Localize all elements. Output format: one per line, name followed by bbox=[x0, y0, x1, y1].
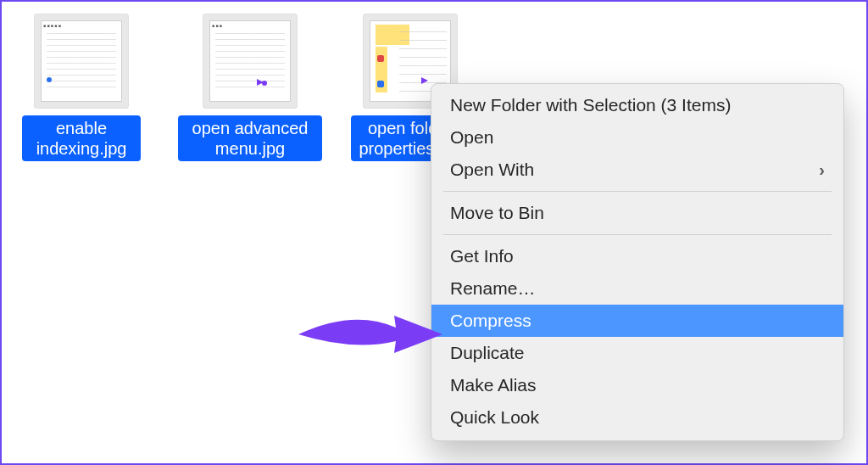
menu-quick-look[interactable]: Quick Look bbox=[431, 401, 843, 434]
menu-item-label: Open With bbox=[450, 160, 534, 180]
file-label: enable indexing.jpg bbox=[22, 115, 141, 161]
menu-item-label: Move to Bin bbox=[450, 203, 544, 223]
menu-open[interactable]: Open bbox=[431, 121, 843, 154]
file-thumbnail: ■ ■ ■ bbox=[203, 14, 298, 109]
menu-separator bbox=[443, 191, 832, 192]
context-menu: New Folder with Selection (3 Items) Open… bbox=[431, 83, 844, 441]
menu-item-label: Make Alias bbox=[450, 375, 537, 395]
file-item[interactable]: ■ ■ ■ ■ ■ enable indexing.jpg bbox=[22, 14, 141, 161]
menu-open-with[interactable]: Open With › bbox=[431, 154, 843, 186]
menu-item-label: New Folder with Selection (3 Items) bbox=[450, 95, 731, 115]
menu-make-alias[interactable]: Make Alias bbox=[431, 369, 843, 401]
menu-rename[interactable]: Rename… bbox=[431, 272, 843, 305]
menu-item-label: Compress bbox=[450, 311, 531, 331]
annotation-arrow-icon bbox=[294, 300, 447, 368]
menu-compress[interactable]: Compress bbox=[431, 305, 843, 337]
menu-duplicate[interactable]: Duplicate bbox=[431, 337, 843, 369]
menu-move-to-bin[interactable]: Move to Bin bbox=[431, 197, 843, 229]
menu-item-label: Duplicate bbox=[450, 343, 525, 363]
file-item[interactable]: ■ ■ ■ open advanced menu.jpg bbox=[178, 14, 322, 161]
menu-item-label: Get Info bbox=[450, 246, 514, 266]
finder-window: ■ ■ ■ ■ ■ enable indexing.jpg ■ ■ ■ open… bbox=[0, 0, 868, 465]
menu-item-label: Open bbox=[450, 127, 493, 148]
menu-item-label: Rename… bbox=[450, 278, 535, 299]
menu-separator bbox=[443, 234, 832, 235]
file-label: open advanced menu.jpg bbox=[178, 115, 322, 161]
file-thumbnail: ■ ■ ■ ■ ■ bbox=[34, 14, 129, 109]
menu-get-info[interactable]: Get Info bbox=[431, 240, 843, 272]
menu-item-label: Quick Look bbox=[450, 407, 539, 428]
chevron-right-icon: › bbox=[819, 160, 825, 180]
menu-new-folder-with-selection[interactable]: New Folder with Selection (3 Items) bbox=[431, 89, 843, 121]
